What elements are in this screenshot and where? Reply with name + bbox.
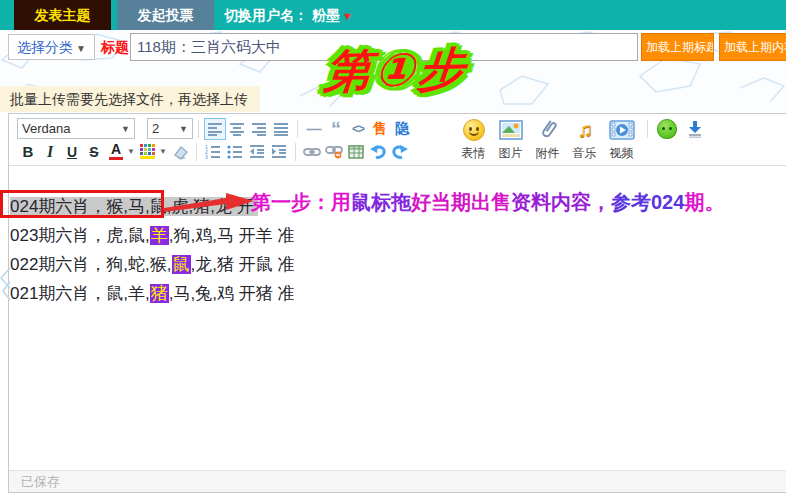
switch-username[interactable]: 切换用户名： 粉墨▼ — [224, 0, 353, 30]
code-icon[interactable]: <> — [347, 118, 369, 140]
chevron-down-icon: ▼ — [179, 124, 188, 134]
align-left-icon[interactable] — [204, 118, 226, 140]
chevron-down-icon: ▼ — [342, 10, 353, 22]
annotation-arrow-icon — [164, 191, 254, 217]
svg-text:3: 3 — [205, 154, 208, 159]
insert-table-icon[interactable] — [345, 141, 367, 163]
emotion-label: 表情 — [462, 145, 486, 162]
highlighted-char: 猪 — [150, 284, 169, 303]
load-previous-title-button[interactable]: 加载上期标题 — [641, 33, 714, 61]
highlighted-char: 鼠 — [172, 255, 191, 274]
status-bar: 已保存 — [9, 470, 786, 492]
background-color-palette-icon[interactable] — [137, 141, 159, 163]
blockquote-icon[interactable]: “ — [325, 118, 347, 140]
content-line-023[interactable]: 023期六肖，虎,鼠,羊,狗,鸡,马 开羊 准 — [10, 221, 294, 250]
indent-icon[interactable] — [268, 141, 290, 163]
attachment-button[interactable]: 附件 — [529, 117, 566, 162]
tab-start-vote[interactable]: 发起投票 — [117, 0, 214, 30]
music-button[interactable]: ♫ 音乐 — [566, 117, 603, 162]
italic-icon[interactable]: I — [39, 141, 61, 163]
video-label: 视频 — [610, 145, 634, 162]
outdent-icon[interactable] — [246, 141, 268, 163]
hidden-content-icon[interactable]: 隐 — [391, 118, 413, 140]
video-icon — [609, 117, 635, 143]
smiley-icon — [463, 117, 485, 143]
align-justify-icon[interactable] — [270, 118, 292, 140]
switch-username-label: 切换用户名： — [224, 7, 308, 23]
redo-icon[interactable] — [389, 141, 411, 163]
font-family-select[interactable]: Verdana▼ — [17, 118, 135, 139]
toolbar-separator — [297, 120, 298, 138]
code-glyph: <> — [352, 122, 364, 136]
saved-status: 已保存 — [21, 474, 60, 489]
toolbar-separator — [647, 120, 648, 138]
quote-glyph: “ — [331, 125, 341, 133]
video-button[interactable]: 视频 — [603, 117, 640, 162]
username-value: 粉墨 — [312, 7, 340, 23]
green-smiley-icon[interactable] — [656, 118, 678, 140]
insert-link-icon[interactable] — [301, 141, 323, 163]
font-family-value: Verdana — [22, 121, 70, 136]
remove-link-icon[interactable] — [323, 141, 345, 163]
sell-content-icon[interactable]: 售 — [369, 118, 391, 140]
music-label: 音乐 — [573, 145, 597, 162]
tab-post-topic[interactable]: 发表主题 — [14, 0, 111, 30]
hide-glyph: 隐 — [395, 120, 409, 138]
batch-upload-notice: 批量上传需要先选择文件，再选择上传 — [0, 86, 260, 112]
underline-glyph: U — [67, 144, 77, 160]
annotation-text: 第一步：用鼠标拖好当期出售资料内容，参考024期。 — [251, 189, 724, 216]
align-center-icon[interactable] — [226, 118, 248, 140]
download-icon[interactable] — [684, 118, 706, 140]
chevron-down-icon: ▼ — [121, 124, 130, 134]
forecolor-red-bar — [109, 157, 123, 160]
content-line-022[interactable]: 022期六肖，狗,蛇,猴,鼠,龙,猪 开鼠 准 — [10, 250, 294, 279]
ordered-list-icon[interactable]: 123 — [202, 141, 224, 163]
category-select-label: 选择分类 — [17, 39, 73, 55]
italic-glyph: I — [47, 143, 53, 161]
hr-glyph: — — [307, 120, 322, 137]
toolbar-left-groups: Verdana▼ 2▼ — “ <> 售 隐 B I — [17, 117, 451, 163]
load-previous-content-button[interactable]: 加载上期内容 — [719, 33, 786, 61]
toolbar-separator — [196, 143, 197, 161]
image-label: 图片 — [499, 145, 523, 162]
unordered-list-icon[interactable] — [224, 141, 246, 163]
font-color-icon[interactable]: A — [105, 141, 127, 163]
title-label: 标题: — [101, 34, 134, 60]
step-1-badge: 第①步 — [322, 39, 471, 103]
header-bar: 发表主题 发起投票 切换用户名： 粉墨▼ — [0, 0, 786, 30]
horizontal-rule-icon[interactable]: — — [303, 118, 325, 140]
editor-toolbar: Verdana▼ 2▼ — “ <> 售 隐 B I — [9, 114, 786, 166]
annotation-red-box — [0, 190, 164, 218]
align-right-icon[interactable] — [248, 118, 270, 140]
undo-icon[interactable] — [367, 141, 389, 163]
toolbar-separator — [198, 120, 199, 138]
emotion-button[interactable]: 表情 — [455, 117, 492, 162]
sell-glyph: 售 — [373, 120, 387, 138]
music-note-icon: ♫ — [577, 117, 593, 143]
chevron-down-icon[interactable]: ▼ — [159, 147, 167, 156]
forecolor-glyph: A — [111, 143, 121, 156]
bold-glyph: B — [23, 143, 34, 160]
map-chevron-decor — [0, 266, 12, 306]
chevron-down-icon: ▼ — [76, 43, 86, 54]
highlighted-char: 羊 — [150, 226, 169, 245]
strikethrough-icon[interactable]: S — [83, 141, 105, 163]
image-icon — [499, 117, 523, 143]
paperclip-icon — [537, 117, 559, 143]
attachment-label: 附件 — [536, 145, 560, 162]
content-line-021[interactable]: 021期六肖，鼠,羊,猪,马,兔,鸡 开猪 准 — [10, 279, 294, 308]
toolbar-separator — [295, 143, 296, 161]
chevron-down-icon[interactable]: ▼ — [127, 147, 135, 156]
insert-image-button[interactable]: 图片 — [492, 117, 529, 162]
bold-icon[interactable]: B — [17, 141, 39, 163]
underline-icon[interactable]: U — [61, 141, 83, 163]
toolbar-extra-group — [642, 117, 709, 140]
category-select[interactable]: 选择分类▼ — [8, 34, 95, 60]
toolbar-media-group: 表情 图片 附件 ♫ 音乐 视频 — [455, 117, 640, 162]
font-size-value: 2 — [152, 121, 159, 136]
remove-format-eraser-icon[interactable] — [169, 141, 191, 163]
post-editor-page: 发表主题 发起投票 切换用户名： 粉墨▼ 选择分类▼ 标题: 加载上期标题 加载… — [0, 0, 786, 493]
font-size-select[interactable]: 2▼ — [147, 118, 193, 139]
strike-glyph: S — [89, 144, 98, 160]
